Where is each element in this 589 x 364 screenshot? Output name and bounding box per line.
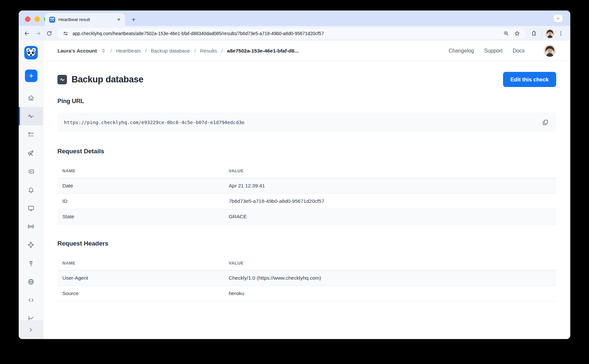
minimize-window-button[interactable] xyxy=(34,16,40,22)
table-header-row: NAME VALUE xyxy=(57,164,556,178)
site-info-icon[interactable] xyxy=(61,29,70,38)
sidebar: + xyxy=(19,41,43,339)
chevron-right-icon xyxy=(28,327,34,333)
account-selector-icon[interactable] xyxy=(101,48,106,53)
bookmark-star-icon[interactable] xyxy=(513,29,521,38)
browser-toolbar: app.checklyhq.com/heartbeats/a8e7502a-15… xyxy=(19,26,570,41)
table-row: User-Agent Checkly/1.0 (https://www.chec… xyxy=(57,270,556,286)
request-details-heading: Request Details xyxy=(57,148,556,155)
pulse-icon xyxy=(27,113,34,120)
cell-name: ID xyxy=(57,198,229,204)
browser-tab[interactable]: Heartbeat result ✕ xyxy=(45,13,125,26)
support-link[interactable]: Support xyxy=(484,48,503,54)
browser-profile-avatar[interactable] xyxy=(545,29,555,38)
table-row: Date Apr 21 12:39:41 xyxy=(57,178,556,194)
breadcrumb-heartbeats[interactable]: Heartbeats xyxy=(116,48,141,54)
checkly-favicon xyxy=(49,17,55,23)
cell-value: Checkly/1.0 (https://www.checklyhq.com) xyxy=(229,275,556,281)
toolbar-divider xyxy=(542,30,542,37)
breadcrumb-current-id: a8e7502a-153e-46e1-bfaf-d8... xyxy=(227,48,299,54)
sidebar-item-heartbeats[interactable] xyxy=(19,107,43,125)
sidebar-item-dashboards[interactable] xyxy=(19,199,43,217)
browser-window: Heartbeat result ✕ + xyxy=(19,11,570,339)
wrench-icon xyxy=(28,260,34,267)
column-header-value: VALUE xyxy=(229,261,556,266)
sidebar-collapse-button[interactable] xyxy=(19,320,43,339)
reload-button[interactable] xyxy=(44,29,54,38)
page-content: Backup database Edit this check Ping URL… xyxy=(43,61,570,301)
code-icon xyxy=(28,297,34,304)
breadcrumb-check[interactable]: Backup database xyxy=(151,48,190,54)
account-switcher[interactable]: Laura's Account xyxy=(57,48,97,54)
app-header: Laura's Account / Heartbeats / Backup da… xyxy=(43,41,570,61)
table-row: Source heroku xyxy=(57,286,556,301)
sidebar-item-checks[interactable] xyxy=(19,125,43,144)
telescope-icon xyxy=(27,149,34,157)
docs-link[interactable]: Docs xyxy=(513,48,525,54)
forward-button[interactable] xyxy=(33,29,43,38)
title-row: Backup database Edit this check xyxy=(57,72,556,87)
changelog-link[interactable]: Changelog xyxy=(449,48,474,54)
browser-menu-button[interactable] xyxy=(556,29,566,38)
new-tab-button[interactable]: + xyxy=(130,16,137,24)
extensions-button[interactable] xyxy=(529,29,538,38)
kebab-menu-icon xyxy=(558,31,563,36)
broadcast-icon xyxy=(27,223,34,230)
copy-icon xyxy=(542,119,549,126)
breadcrumb-separator: / xyxy=(110,48,112,54)
cell-value: 7b6d73e5-a718-49b0-a8d0-95671d20cf57 xyxy=(229,198,556,204)
cell-name: Source xyxy=(57,290,229,296)
breadcrumb-separator: / xyxy=(195,48,196,54)
checklist-icon xyxy=(28,131,34,138)
edit-check-button[interactable]: Edit this check xyxy=(503,72,556,87)
breadcrumb-separator: / xyxy=(221,48,223,54)
sidebar-item-private-locations[interactable] xyxy=(19,272,43,291)
table-row: ID 7b6d73e5-a718-49b0-a8d0-95671d20cf57 xyxy=(57,194,556,209)
cell-value: Apr 21 12:39:41 xyxy=(229,183,556,189)
reload-icon xyxy=(46,31,52,36)
sidebar-item-maintenance[interactable] xyxy=(19,162,43,181)
breadcrumb-separator: / xyxy=(145,48,146,54)
back-arrow-icon xyxy=(24,30,30,37)
table-row: State GRACE xyxy=(57,209,556,225)
sidebar-item-broadcast[interactable] xyxy=(19,217,43,236)
sidebar-item-traces[interactable] xyxy=(19,236,43,254)
tab-search-button[interactable] xyxy=(554,15,562,22)
sidebar-item-cli[interactable] xyxy=(19,291,43,309)
cell-value: heroku xyxy=(229,290,556,296)
header-nav: Changelog Support Docs xyxy=(449,45,556,57)
heartbeat-check-icon xyxy=(57,75,67,84)
bell-icon xyxy=(28,186,34,193)
screenshot: Heartbeat result ✕ + xyxy=(0,0,589,364)
back-button[interactable] xyxy=(22,29,32,38)
ping-url-value[interactable]: https://ping.checklyhq.com/e93229ce-0bc6… xyxy=(64,120,244,125)
page-title: Backup database xyxy=(72,75,143,85)
create-new-button[interactable]: + xyxy=(25,70,37,82)
url-text: app.checklyhq.com/heartbeats/a8e7502a-15… xyxy=(73,31,499,36)
cell-value: GRACE xyxy=(229,214,556,220)
breadcrumb: Laura's Account / Heartbeats / Backup da… xyxy=(57,48,299,54)
column-header-value: VALUE xyxy=(229,168,556,173)
breadcrumb-results[interactable]: Results xyxy=(200,48,217,54)
checkly-logo[interactable] xyxy=(24,46,38,59)
sidebar-item-tools[interactable] xyxy=(19,254,43,272)
request-details-table: NAME VALUE Date Apr 21 12:39:41 ID 7b6d7… xyxy=(57,164,556,225)
cell-name: User-Agent xyxy=(57,275,229,281)
sidebar-item-explore[interactable] xyxy=(19,144,43,162)
zoom-in-icon[interactable] xyxy=(502,29,510,38)
user-avatar[interactable] xyxy=(544,45,556,57)
address-bar[interactable]: app.checklyhq.com/heartbeats/a8e7502a-15… xyxy=(57,28,525,39)
checkly-app: + xyxy=(19,41,570,339)
column-header-name: NAME xyxy=(57,261,229,266)
ping-url-heading: Ping URL xyxy=(57,98,556,105)
sidebar-item-alerts[interactable] xyxy=(19,181,43,199)
table-header-row: NAME VALUE xyxy=(57,256,556,270)
sidebar-nav xyxy=(19,89,43,328)
tab-close-icon[interactable]: ✕ xyxy=(116,17,122,23)
main-panel: Laura's Account / Heartbeats / Backup da… xyxy=(43,41,570,339)
cell-name: State xyxy=(57,214,229,220)
close-window-button[interactable] xyxy=(25,16,31,22)
globe-icon xyxy=(28,278,34,285)
copy-button[interactable] xyxy=(540,118,550,127)
sidebar-item-home[interactable] xyxy=(19,89,43,107)
